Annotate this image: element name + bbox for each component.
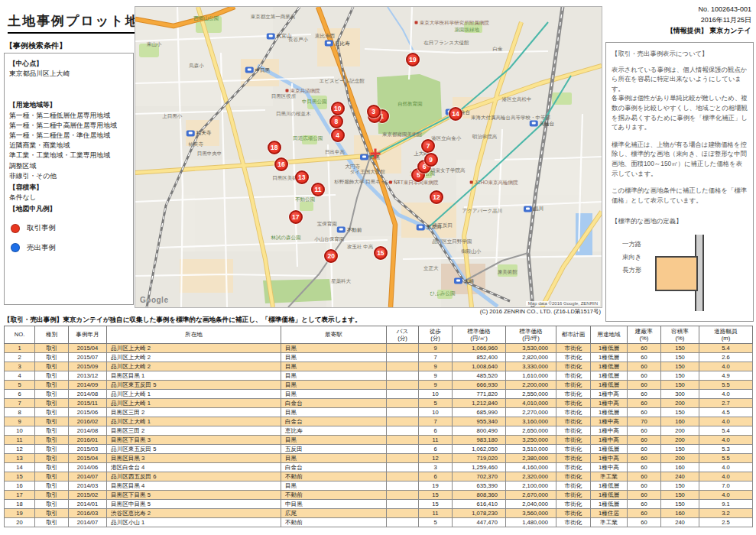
cell [387, 509, 419, 518]
map-marker-8[interactable]: 8 [329, 115, 343, 128]
table-row-7: 7取引2015/11品川区上大崎 1白金台51,212,8404,010,000… [5, 399, 753, 408]
cell: 2,100,000 [506, 481, 556, 491]
map-marker-20[interactable]: 20 [324, 249, 338, 263]
legend-list: 取引事例売出事例 [9, 222, 128, 253]
column-header-line1: 都市計画 [556, 331, 590, 338]
map-label: 林試の森公園 [271, 234, 300, 241]
cell: 市街化 [556, 436, 591, 445]
cell: 2015/06 [69, 408, 107, 417]
map-label: JCHO東京高輪病院 [470, 179, 518, 186]
cell: 2015/04 [69, 454, 107, 463]
cell: 60 [628, 371, 661, 381]
cell: 13 [5, 454, 35, 463]
map-marker-4[interactable]: 4 [331, 128, 345, 142]
cell: 60 [628, 481, 661, 491]
cell: 3,530,000 [506, 344, 556, 353]
cell: 白金台 [281, 463, 387, 472]
cell: 2 [5, 353, 35, 362]
cell: 目黒区下目黒 5 [107, 491, 281, 500]
cell: 取引 [35, 463, 69, 472]
map-marker-19[interactable]: 19 [406, 53, 420, 66]
cell: 2014/01 [69, 500, 107, 509]
cell: 広尾 [281, 509, 387, 518]
cell: 1種中高 [591, 390, 628, 399]
legend-item-label: 売出事例 [27, 242, 56, 253]
column-header-line1: 用途地域 [591, 331, 627, 338]
column-header: 事例年月 [69, 326, 107, 344]
cell: 市街化 [556, 491, 591, 500]
cell: 取引 [35, 445, 69, 454]
map-label: 烏森小 [189, 63, 204, 70]
map-label: 自然教育園 [397, 100, 423, 107]
cell: 160 [661, 463, 699, 472]
map-label: 品川区立日野学園 [432, 238, 472, 245]
cell: 品川区小山 1 [107, 518, 281, 527]
cell: 2014/06 [69, 463, 107, 472]
cell: 目黒 [281, 353, 387, 362]
train-station-icon [417, 224, 425, 230]
map-marker-7[interactable]: 7 [421, 139, 435, 153]
cell: 2,550,000 [506, 390, 556, 399]
map-label: エビスビール記念館 [320, 78, 365, 85]
map-marker-9[interactable]: 9 [424, 153, 438, 167]
zone-item: 近隣商業・商業地域 [9, 141, 128, 151]
table-row-19: 19取引2016/03渋谷区恵比寿 2広尾111,078,2303,560,00… [5, 509, 753, 518]
center-point-value: 東京都品川区上大崎 [9, 69, 128, 79]
table-row-9: 9取引2016/02品川区上大崎 1白金台7955,3403,160,000市街… [5, 417, 753, 426]
map-marker-3[interactable]: 3 [367, 105, 381, 118]
cell: 3,250,000 [506, 436, 556, 445]
column-header-line1: NO. [5, 331, 34, 338]
cell: 取引 [35, 353, 69, 362]
column-header-line1: 標準価格 [506, 328, 556, 335]
cell: 品川区上大崎 2 [107, 362, 281, 371]
cell: 150 [661, 481, 699, 491]
column-header-line1: 種別 [35, 331, 68, 338]
cell: 目黒 [281, 381, 387, 390]
zone-item: 第一種・第二種中高層住居専用地域 [9, 121, 128, 131]
cell: 目黒区中目黒 5 [107, 500, 281, 509]
map-label: 中目黒公園 [302, 99, 327, 105]
cell: 4.0 [699, 417, 753, 426]
station-五反田: 五反田 [417, 224, 442, 231]
column-header-line1: 容積率 [661, 328, 699, 335]
map-label: ひふみ公園 [430, 290, 456, 297]
map-legend-label: 【地図中凡例】 [9, 204, 128, 214]
map-marker-15[interactable]: 15 [374, 246, 388, 260]
cell: 16 [5, 481, 35, 491]
column-header: 標準価格(円/㎡) [453, 326, 506, 344]
map-marker-18[interactable]: 18 [268, 141, 281, 154]
cell: 2014/07 [69, 472, 107, 481]
parcel-definition: 一方路東向き長方形 [612, 230, 748, 316]
map-marker-11[interactable]: 11 [311, 183, 325, 196]
map-marker-10[interactable]: 10 [331, 102, 345, 115]
map-label: 東京大学医科学研究所附属病院 [415, 19, 489, 26]
map-marker-16[interactable]: 16 [274, 157, 288, 171]
cell: 11 [419, 509, 453, 518]
cell: 12 [419, 454, 453, 463]
station-name-label: 品川 [534, 206, 543, 212]
cell: 150 [661, 371, 699, 381]
cell: 2,670,000 [506, 491, 556, 500]
column-header-line2: (円/坪) [506, 335, 556, 342]
map-marker-13[interactable]: 13 [295, 170, 309, 184]
cell: 1,008,640 [453, 362, 506, 371]
cell: 品川区上大崎 1 [107, 390, 281, 399]
map-marker-17[interactable]: 17 [289, 210, 303, 224]
cell: 2014/07 [69, 518, 107, 527]
map-marker-14[interactable]: 14 [449, 107, 462, 121]
map-label: 星薬科大 [331, 277, 351, 284]
cell: 60 [628, 353, 661, 362]
cell [387, 472, 419, 481]
station-name-label: 中目黒 [255, 66, 271, 73]
map-marker-12[interactable]: 12 [430, 190, 443, 204]
cell: 60 [628, 344, 661, 353]
cell [387, 390, 419, 399]
table-note: 【取引・売出事例】東京カンテイが独自に収集した事例を標準的な画地条件に補正し、「… [4, 316, 362, 325]
about-paragraph-3: この標準的な画地条件に補正した価格を「標準価格」として表示しています。 [612, 186, 748, 205]
map-label: 御殿山小 [461, 248, 481, 255]
train-station-icon [337, 227, 346, 233]
cell: 取引 [35, 426, 69, 436]
map-label: 東山小 [147, 41, 162, 48]
cell: 9.1 [699, 500, 753, 509]
case-plot-map[interactable]: 西郷山公園東京都立第一商業高長谷戸小恵比寿西エビスビール記念館東京共済病院目黒区… [135, 6, 602, 308]
